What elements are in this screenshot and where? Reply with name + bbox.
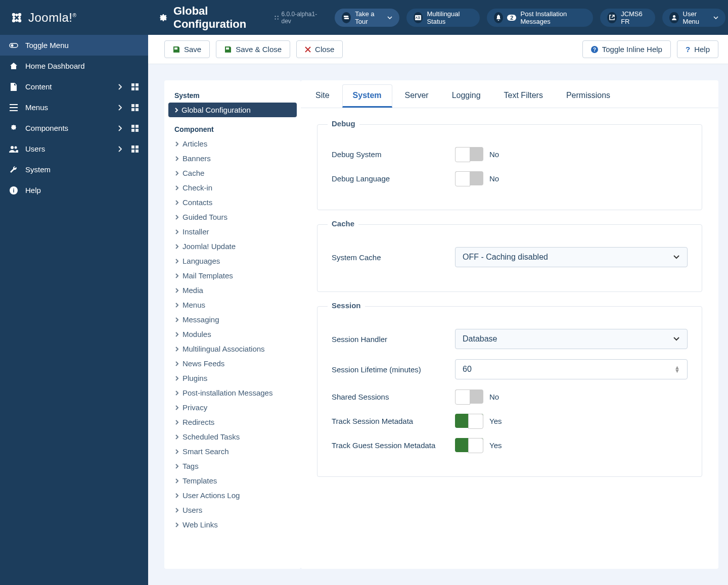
config-components-panel: System Global Configuration Component Ar… [164,80,301,569]
notification-count: 2 [507,15,516,21]
panel-item-articles[interactable]: Articles [164,136,301,151]
panel-item-media[interactable]: Media [164,283,301,298]
bell-icon [494,12,503,23]
panel-item-users[interactable]: Users [164,503,301,517]
panel-item-guided-tours[interactable]: Guided Tours [164,210,301,224]
panel-item-plugins[interactable]: Plugins [164,371,301,385]
home-icon [9,62,18,71]
post-installation-messages-button[interactable]: 2 Post Installation Messages [487,9,594,27]
number-spinner-icon[interactable]: ▲▼ [674,366,680,373]
nav-system[interactable]: System [0,159,148,180]
user-menu-button[interactable]: User Menu [662,9,725,27]
language-icon: A文 [414,12,423,23]
toggle-shared-sessions[interactable] [455,389,483,404]
panel-item-menus[interactable]: Menus [164,298,301,312]
svg-text:i: i [13,187,14,193]
svg-point-22 [15,146,17,149]
panel-item-installer[interactable]: Installer [164,224,301,239]
label-session-lifetime: Session Lifetime (minutes) [332,365,455,374]
tab-logging[interactable]: Logging [441,84,491,108]
select-system-cache[interactable]: OFF - Caching disabled [455,247,688,267]
close-button[interactable]: Close [296,40,343,58]
toggle-track-session-metadata[interactable] [455,414,483,428]
nav-content[interactable]: Content [0,76,148,97]
svg-rect-16 [135,108,139,111]
tab-permissions[interactable]: Permissions [556,84,621,108]
panel-item-joomla-update[interactable]: Joomla! Update [164,239,301,254]
panel-item-contacts[interactable]: Contacts [164,195,301,210]
panel-item-user-actions-log[interactable]: User Actions Log [164,488,301,503]
panel-item-messaging[interactable]: Messaging [164,312,301,327]
chevron-right-icon [116,104,124,112]
nav-components[interactable]: Components [0,118,148,138]
panel-system-title: System [164,88,301,103]
panel-item-privacy[interactable]: Privacy [164,400,301,415]
panel-item-check-in[interactable]: Check-in [164,180,301,195]
dashboard-grid-icon[interactable] [131,83,139,91]
toggle-track-guest-session-metadata[interactable] [455,438,483,452]
help-button[interactable]: ?Help [677,40,718,58]
panel-item-mail-templates[interactable]: Mail Templates [164,268,301,283]
toggle-menu-label: Toggle Menu [25,41,139,50]
panel-item-multilingual-associations[interactable]: Multilingual Associations [164,342,301,356]
panel-item-news-feeds[interactable]: News Feeds [164,356,301,371]
svg-point-2 [12,19,15,22]
svg-rect-13 [131,104,134,107]
toggle-debug-language[interactable] [455,171,483,185]
panel-item-web-links[interactable]: Web Links [164,517,301,532]
config-form-panel: Site System Server Logging Text Filters … [301,80,718,569]
toggle-debug-system[interactable] [455,147,483,161]
dashboard-grid-icon[interactable] [131,145,139,153]
nav-users[interactable]: Users [0,138,148,159]
panel-item-redirects[interactable]: Redirects [164,415,301,429]
version-badge[interactable]: 6.0.0-alpha1-dev [274,11,321,25]
toggle-menu-button[interactable]: Toggle Menu [0,35,148,56]
label-debug-language: Debug Language [332,174,455,183]
take-a-tour-button[interactable]: Take a Tour [335,9,399,27]
input-session-lifetime[interactable]: 60 ▲▼ [455,359,688,379]
label-track-guest-session-metadata: Track Guest Session Metadata [332,441,455,450]
puzzle-icon [9,124,18,133]
svg-rect-24 [135,145,139,149]
svg-text:?: ? [593,47,596,53]
nav-menus[interactable]: Menus [0,97,148,118]
chevron-down-icon [673,337,680,341]
panel-item-cache[interactable]: Cache [164,166,301,180]
tab-text-filters[interactable]: Text Filters [493,84,554,108]
tab-server[interactable]: Server [394,84,439,108]
save-button[interactable]: Save [164,40,210,58]
panel-item-global-config[interactable]: Global Configuration [168,103,297,117]
user-icon [669,12,678,23]
panel-item-tags[interactable]: Tags [164,459,301,473]
nav-home-dashboard[interactable]: Home Dashboard [0,56,148,76]
multilingual-status-button[interactable]: A文 Multilingual Status [406,9,480,27]
panel-item-scheduled-tasks[interactable]: Scheduled Tasks [164,429,301,444]
tab-system[interactable]: System [342,84,392,108]
dashboard-grid-icon[interactable] [131,104,139,112]
frontend-link-button[interactable]: JCMS6 FR [600,9,655,27]
svg-point-35 [673,15,675,18]
chevron-down-icon [673,255,680,259]
question-icon: ? [686,45,690,54]
panel-item-banners[interactable]: Banners [164,151,301,166]
brand-logo[interactable]: Joomla!® [0,0,148,35]
tab-site[interactable]: Site [305,84,340,108]
svg-point-3 [18,19,21,22]
panel-item-languages[interactable]: Languages [164,254,301,268]
panel-item-templates[interactable]: Templates [164,473,301,488]
chevron-right-icon [116,145,124,153]
nav-help[interactable]: i Help [0,180,148,201]
sidebar: Joomla!® Toggle Menu Home Dashboard Cont… [0,0,148,585]
svg-rect-11 [10,107,18,108]
save-and-close-button[interactable]: Save & Close [216,40,290,58]
toggle-inline-help-button[interactable]: ?Toggle Inline Help [582,40,671,58]
select-session-handler[interactable]: Database [455,329,688,349]
dashboard-grid-icon[interactable] [131,124,139,132]
svg-rect-26 [135,150,139,153]
svg-point-0 [12,13,15,16]
panel-item-modules[interactable]: Modules [164,327,301,342]
svg-point-1 [18,13,21,16]
panel-item-smart-search[interactable]: Smart Search [164,444,301,459]
panel-item-post-installation-messages[interactable]: Post-installation Messages [164,385,301,400]
fieldset-cache: Cache System Cache OFF - Caching disable… [317,224,702,292]
